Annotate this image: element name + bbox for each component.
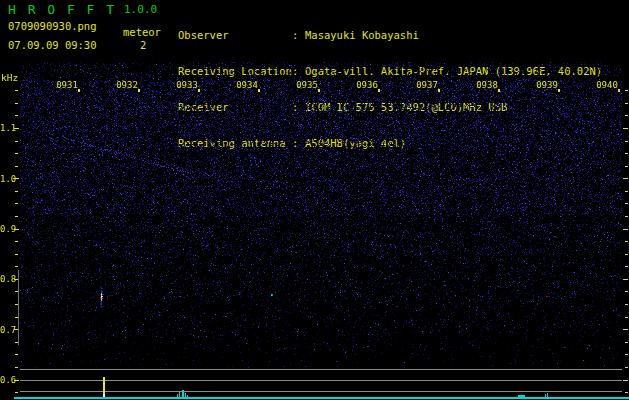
x-axis-label-0934: 0934 [236, 80, 258, 90]
y-axis-label-1.0: 1.0 [0, 174, 13, 184]
y-axis-label-0.9: 0.9 [0, 224, 13, 234]
x-axis-label-0938: 0938 [476, 80, 498, 90]
spectrogram-canvas [0, 60, 629, 400]
hrofft-window: H R O F F T 1.0.0 0709090930.png meteor … [0, 0, 629, 400]
x-axis-label-0931: 0931 [56, 80, 78, 90]
x-axis-label-0937: 0937 [416, 80, 438, 90]
y-axis-label-1.1: 1.1 [0, 123, 13, 133]
app-title: H R O F F T [8, 2, 116, 17]
y-axis-label-0.8: 0.8 [0, 274, 13, 284]
info-label: Observer [178, 29, 292, 41]
x-axis-label-0939: 0939 [536, 80, 558, 90]
x-axis-label-0933: 0933 [176, 80, 198, 90]
x-axis-label-0932: 0932 [116, 80, 138, 90]
output-filename: 0709090930.png [8, 20, 97, 32]
mode-label: meteor [123, 26, 161, 38]
app-version: 1.0.0 [124, 3, 157, 16]
info-row-observer: Observer:Masayuki Kobayashi [178, 29, 602, 41]
x-axis-label-0940: 0940 [596, 80, 618, 90]
y-axis-unit-label: kHz [1, 72, 18, 83]
echo-count: 2 [140, 39, 146, 51]
y-axis-label-0.7: 0.7 [0, 325, 13, 335]
x-axis-label-0935: 0935 [296, 80, 318, 90]
y-axis-label-0.6: 0.6 [0, 375, 13, 385]
info-separator: : [292, 29, 305, 41]
x-axis-label-0936: 0936 [356, 80, 378, 90]
info-value: Masayuki Kobayashi [305, 29, 419, 41]
timestamp: 07.09.09 09:30 [8, 39, 97, 51]
